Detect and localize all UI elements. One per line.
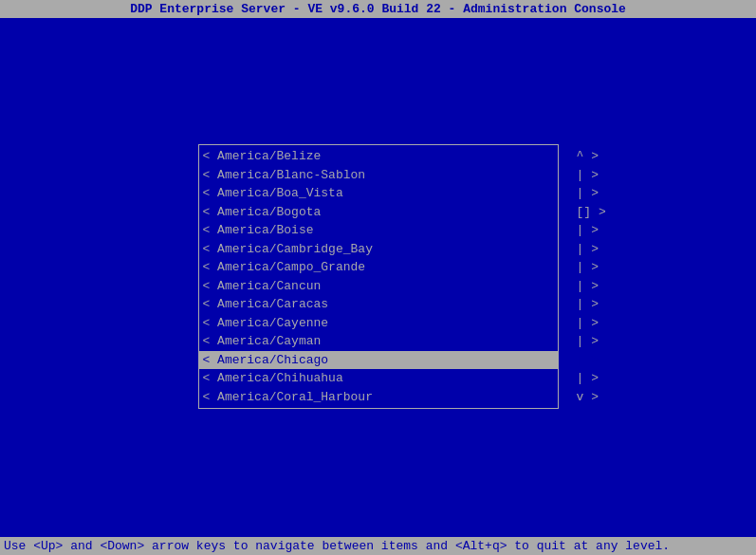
item-indicator: | > <box>324 277 599 296</box>
item-indicator: ^ > <box>324 147 599 166</box>
list-container[interactable]: < America/Belize ^ >< America/Blanc-Sabl… <box>198 144 559 409</box>
list-item[interactable]: < America/Cancun | > <box>199 277 558 296</box>
list-item[interactable]: < America/Belize ^ > <box>199 147 558 166</box>
list-item[interactable]: < America/Coral_Harbour v > <box>199 388 558 407</box>
item-label: < America/Belize <box>203 147 322 166</box>
list-item[interactable]: < America/Cayenne | > <box>199 314 558 333</box>
item-label: < America/Cayman <box>203 332 322 351</box>
list-item[interactable]: < America/Boise | > <box>199 221 558 240</box>
list-item[interactable]: < America/Cambridge_Bay | > <box>199 240 558 259</box>
item-label: < America/Campo_Grande <box>203 258 366 277</box>
item-label: < America/Cayenne <box>203 314 329 333</box>
item-label: < America/Caracas <box>203 295 329 314</box>
item-label: < America/Boise <box>203 221 314 240</box>
list-item[interactable]: < America/Campo_Grande | > <box>199 258 558 277</box>
list-item[interactable]: < America/Bogota [] > <box>199 203 558 222</box>
list-item[interactable]: < America/Caracas | > <box>199 295 558 314</box>
item-indicator: | > <box>318 221 599 240</box>
item-label: < America/Chicago <box>203 351 329 370</box>
list-item[interactable]: < America/Boa_Vista | > <box>199 184 558 203</box>
title-bar: DDP Enterprise Server - VE v9.6.0 Build … <box>0 0 756 18</box>
item-indicator: | > <box>332 351 599 370</box>
item-label: < America/Cancun <box>203 277 322 296</box>
list-item[interactable]: < America/Chicago | > <box>199 351 558 370</box>
main-area: < America/Belize ^ >< America/Blanc-Sabl… <box>0 18 756 535</box>
list-item[interactable]: < America/Cayman | > <box>199 332 558 351</box>
item-indicator: | > <box>347 369 599 388</box>
item-indicator: | > <box>332 314 599 333</box>
item-indicator: | > <box>347 184 599 203</box>
item-label: < America/Blanc-Sablon <box>203 166 366 185</box>
item-indicator: | > <box>377 240 599 259</box>
list-item[interactable]: < America/Chihuahua | > <box>199 369 558 388</box>
status-bar: Use <Up> and <Down> arrow keys to naviga… <box>0 537 756 555</box>
item-indicator: | > <box>324 332 599 351</box>
item-label: < America/Coral_Harbour <box>203 388 373 407</box>
title-text: DDP Enterprise Server - VE v9.6.0 Build … <box>130 2 626 16</box>
item-indicator: v > <box>377 388 599 407</box>
status-text: Use <Up> and <Down> arrow keys to naviga… <box>4 539 670 553</box>
item-indicator: | > <box>369 258 599 277</box>
item-label: < America/Chihuahua <box>203 369 343 388</box>
item-indicator: | > <box>369 166 599 185</box>
item-indicator: | > <box>332 295 599 314</box>
item-label: < America/Cambridge_Bay <box>203 240 373 259</box>
item-label: < America/Boa_Vista <box>203 184 343 203</box>
list-item[interactable]: < America/Blanc-Sablon | > <box>199 166 558 185</box>
item-indicator: [] > <box>324 203 605 222</box>
item-label: < America/Bogota <box>203 203 322 222</box>
